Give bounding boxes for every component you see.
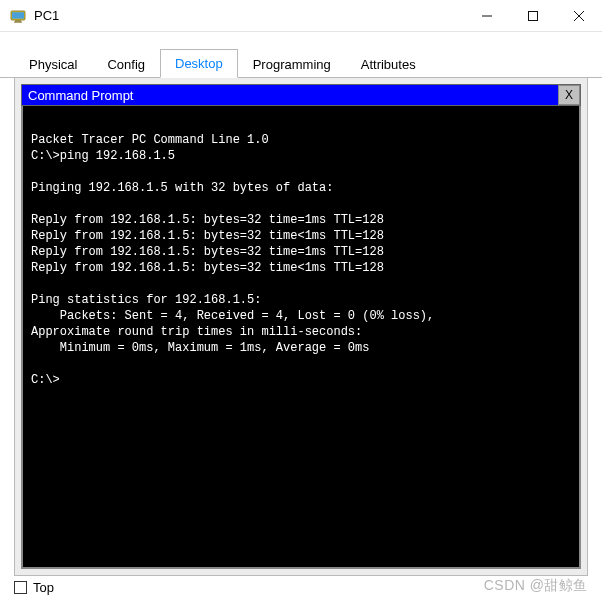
- footer: Top: [14, 580, 54, 595]
- command-prompt-titlebar: Command Prompt X: [21, 84, 581, 106]
- svg-rect-5: [529, 11, 538, 20]
- window-close-button[interactable]: [556, 0, 602, 32]
- terminal-line: Reply from 192.168.1.5: bytes=32 time=1m…: [31, 213, 384, 227]
- terminal-line: Packet Tracer PC Command Line 1.0: [31, 133, 269, 147]
- tab-config[interactable]: Config: [92, 50, 160, 78]
- tab-programming[interactable]: Programming: [238, 50, 346, 78]
- tab-attributes[interactable]: Attributes: [346, 50, 431, 78]
- window-maximize-button[interactable]: [510, 0, 556, 32]
- watermark: CSDN @甜鲸鱼: [484, 577, 588, 595]
- terminal-line: C:\>ping 192.168.1.5: [31, 149, 175, 163]
- top-checkbox[interactable]: [14, 581, 27, 594]
- command-prompt-title: Command Prompt: [28, 88, 558, 103]
- app-icon: [10, 8, 26, 24]
- terminal-line: Pinging 192.168.1.5 with 32 bytes of dat…: [31, 181, 333, 195]
- tab-desktop[interactable]: Desktop: [160, 49, 238, 78]
- window-titlebar: PC1: [0, 0, 602, 32]
- window-minimize-button[interactable]: [464, 0, 510, 32]
- terminal-line: Ping statistics for 192.168.1.5:: [31, 293, 261, 307]
- terminal-line: Reply from 192.168.1.5: bytes=32 time=1m…: [31, 245, 384, 259]
- terminal-line: Reply from 192.168.1.5: bytes=32 time<1m…: [31, 261, 384, 275]
- terminal-line: Approximate round trip times in milli-se…: [31, 325, 362, 339]
- tab-panel-desktop: Command Prompt X Packet Tracer PC Comman…: [14, 78, 588, 576]
- svg-rect-3: [14, 21, 22, 22]
- svg-rect-2: [15, 20, 21, 21]
- terminal-line: Minimum = 0ms, Maximum = 1ms, Average = …: [31, 341, 369, 355]
- command-prompt-window: Command Prompt X Packet Tracer PC Comman…: [21, 84, 581, 569]
- svg-rect-1: [12, 12, 24, 19]
- tab-physical[interactable]: Physical: [14, 50, 92, 78]
- tab-bar: Physical Config Desktop Programming Attr…: [0, 48, 602, 78]
- top-checkbox-label: Top: [33, 580, 54, 595]
- command-prompt-terminal[interactable]: Packet Tracer PC Command Line 1.0 C:\>pi…: [21, 106, 581, 569]
- terminal-line: C:\>: [31, 373, 60, 387]
- window-title: PC1: [34, 8, 59, 23]
- terminal-line: Packets: Sent = 4, Received = 4, Lost = …: [31, 309, 434, 323]
- command-prompt-close-button[interactable]: X: [558, 85, 580, 105]
- terminal-line: Reply from 192.168.1.5: bytes=32 time<1m…: [31, 229, 384, 243]
